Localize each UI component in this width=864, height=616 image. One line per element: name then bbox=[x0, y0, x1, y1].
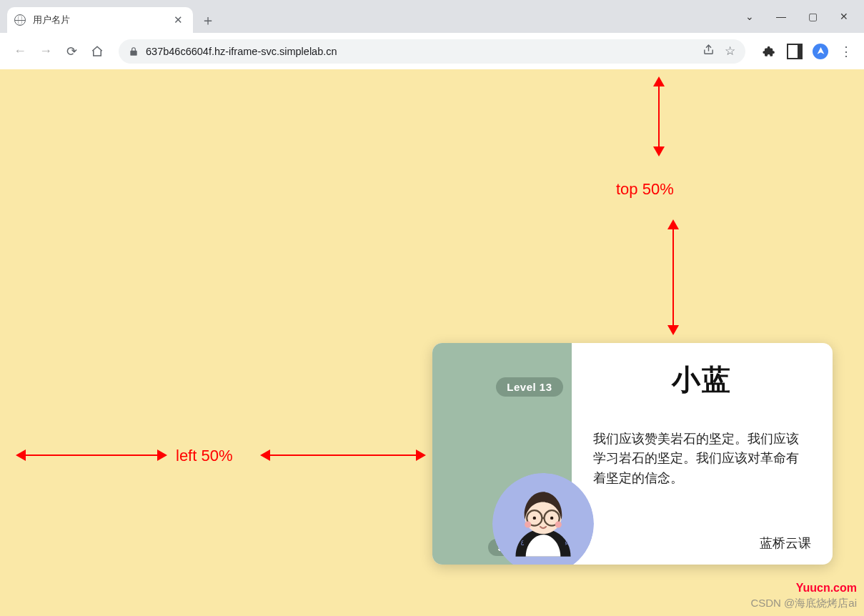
extensions-icon[interactable] bbox=[761, 44, 777, 59]
svg-point-5 bbox=[532, 516, 535, 519]
svg-point-7 bbox=[525, 521, 531, 527]
tab-search-button[interactable]: ⌄ bbox=[734, 4, 765, 29]
window-close-button[interactable]: ✕ bbox=[828, 4, 860, 29]
browser-tab[interactable]: 用户名片 ✕ bbox=[7, 7, 193, 33]
watermark-author: CSDN @海底烧烤店ai bbox=[750, 597, 857, 610]
share-icon[interactable] bbox=[702, 44, 715, 59]
window-controls: ⌄ — ▢ ✕ bbox=[734, 0, 864, 33]
omnibox-actions: ☆ bbox=[702, 44, 735, 59]
extensions-row: ⋮ bbox=[757, 44, 854, 59]
user-card: Level 13 531 ٤ bbox=[432, 343, 833, 565]
svg-point-6 bbox=[550, 516, 552, 519]
nav-back-button[interactable]: ← bbox=[10, 41, 30, 61]
chrome-menu-button[interactable]: ⋮ bbox=[838, 44, 854, 59]
tab-strip: 用户名片 ✕ ＋ ⌄ — ▢ ✕ bbox=[0, 0, 864, 33]
watermark-site: Yuucn.com bbox=[796, 582, 857, 595]
profile-avatar-icon[interactable] bbox=[813, 44, 828, 59]
nav-home-button[interactable] bbox=[87, 41, 107, 61]
address-bar[interactable]: 637b46c6604f.hz-iframe-svc.simplelab.cn … bbox=[119, 39, 745, 64]
nav-reload-button[interactable]: ⟳ bbox=[61, 41, 81, 61]
new-tab-button[interactable]: ＋ bbox=[197, 9, 219, 31]
svg-text:٤: ٤ bbox=[520, 538, 524, 547]
toolbar: ← → ⟳ 637b46c6604f.hz-iframe-svc.simplel… bbox=[0, 33, 864, 69]
annotation-left-label: left 50% bbox=[176, 447, 233, 465]
user-name: 小蓝 bbox=[593, 360, 811, 399]
level-badge: Level 13 bbox=[496, 377, 562, 397]
card-right-panel: 小蓝 我们应该赞美岩石的坚定。我们应该学习岩石的坚定。我们应该对革命有着坚定的信… bbox=[572, 343, 833, 565]
url-text: 637b46c6604f.hz-iframe-svc.simplelab.cn bbox=[146, 46, 337, 57]
user-description: 我们应该赞美岩石的坚定。我们应该学习岩石的坚定。我们应该对革命有着坚定的信念。 bbox=[593, 429, 811, 490]
tab-close-button[interactable]: ✕ bbox=[171, 14, 186, 26]
window-maximize-button[interactable]: ▢ bbox=[797, 4, 828, 29]
lock-icon bbox=[129, 46, 139, 56]
svg-text:ء: ء bbox=[565, 538, 568, 547]
card-source: 蓝桥云课 bbox=[593, 535, 811, 552]
side-panel-icon[interactable] bbox=[787, 44, 803, 59]
annotation-top-label: top 50% bbox=[616, 180, 674, 199]
nav-forward-button[interactable]: → bbox=[36, 41, 56, 61]
svg-point-8 bbox=[555, 521, 561, 527]
browser-chrome: 用户名片 ✕ ＋ ⌄ — ▢ ✕ ← → ⟳ 637b46c6604f.hz-i… bbox=[0, 0, 864, 69]
page-viewport: top 50% left 50% Level 13 531 bbox=[0, 69, 864, 616]
bookmark-star-icon[interactable]: ☆ bbox=[725, 44, 735, 59]
card-left-panel: Level 13 531 ٤ bbox=[432, 343, 572, 565]
tab-title: 用户名片 bbox=[33, 14, 164, 26]
globe-icon bbox=[14, 14, 26, 26]
window-minimize-button[interactable]: — bbox=[765, 4, 797, 29]
